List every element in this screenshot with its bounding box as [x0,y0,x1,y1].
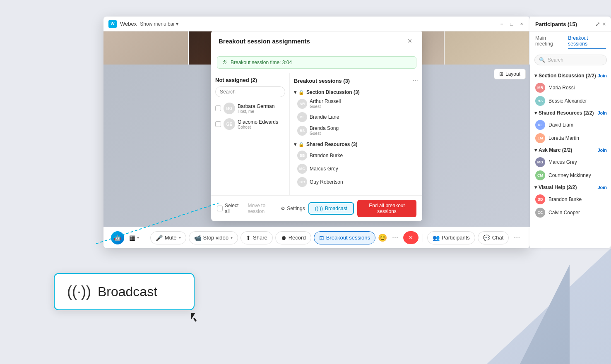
menu-bar-toggle[interactable]: Show menu bar ▾ [140,21,178,27]
join-askmarc-button[interactable]: Join [597,148,607,153]
section-visual-label: Visual Help (2/2) [539,184,577,190]
toolbar-divider-1 [146,234,146,242]
right-sidebar: Participants (15) ⤢ × Main meeting Break… [530,17,611,248]
broadcast-wave-icon: ((·)) [315,206,323,211]
list-item: DL David Liam [530,118,611,132]
sidebar-close-icon[interactable]: × [603,21,606,27]
shared-chevron: ▾ [294,141,296,147]
loretta-name: Loretta Martin [548,135,579,141]
brandon-name: Brandon Burke [310,153,343,158]
sidebar-title: Participants (15) [535,21,577,27]
window-controls: − □ × [498,21,525,27]
record-icon: ⏺ [281,235,286,241]
session-section-discussion: ▾ 🔒 Section Discussion (3) AR Arthur Rus… [294,88,418,137]
breakout-panel: Breakout sessions (3) ··· ▾ 🔒 Section Di… [290,73,422,195]
participant-arthur: AR Arthur Russell Guest [294,97,418,110]
participant-brenda: BS Brenda Song Guest [294,124,418,137]
app-logo: W [108,20,117,28]
chat-button[interactable]: 💬 Chat [478,231,509,244]
tab-main-meeting[interactable]: Main meeting [535,34,563,49]
view-icon: ▦ [129,234,135,242]
move-to-session-button[interactable]: Move to session [248,203,281,214]
modal-body: Not assigned (2) BG Barbara German Host,… [211,73,422,195]
close-button[interactable]: × [518,21,525,27]
participants-icon: 👥 [433,235,440,241]
giacomo-checkbox[interactable] [215,121,221,127]
breakout-panel-header: Breakout sessions (3) ··· [294,77,418,84]
participant-brandon: BB Brandon Burke [294,149,418,162]
join-discussion-button[interactable]: Join [597,73,607,78]
video-area: ⊞ Layout Breakout session assignments × … [103,31,530,227]
title-bar: W Webex Show menu bar ▾ − □ × [103,17,530,31]
not-assigned-panel: Not assigned (2) BG Barbara German Host,… [211,73,290,195]
session-shared-title: Shared Resources (3) [306,141,357,147]
select-all-label: Select all [225,203,243,214]
tab-breakout-sessions[interactable]: Breakout sessions [568,34,606,49]
sidebar-search-box[interactable]: 🔍 Search [534,55,607,65]
section-askmarc-header: ▾ Ask Marc (2/2) Join [530,145,611,156]
modal-close-button[interactable]: × [405,36,415,46]
select-all-checkbox[interactable] [217,206,223,211]
marcus-sidebar-name: Marcus Grey [548,159,577,165]
app-window: W Webex Show menu bar ▾ − □ × ⊞ Layout [103,17,530,248]
participant-brandie: BL Brandie Lane [294,110,418,124]
settings-button[interactable]: ⚙ Settings [281,206,305,211]
brandonb-sidebar-avatar: BB [535,194,545,204]
arthur-role: Guest [310,104,341,109]
barbara-avatar: BG [224,103,235,114]
brandonb-sidebar-name: Brandon Burke [548,196,582,202]
participants-button[interactable]: 👥 Participants [427,231,475,244]
more-options-button[interactable]: ··· [390,231,401,244]
mute-button[interactable]: 🎤 Mute ▾ [150,231,186,244]
view-toggle[interactable]: ▦ ▾ [127,231,142,244]
courtney-avatar: CM [535,170,545,180]
calvin-name: Calvin Cooper [548,210,580,216]
stop-video-button[interactable]: 📹 Stop video ▾ [189,231,238,244]
breakout-sessions-button[interactable]: ⊡ Breakout sessions [314,231,375,244]
video-chevron: ▾ [231,235,233,240]
broadcast-callout-label: Broadcast [98,284,157,299]
breakout-modal: Breakout session assignments × ⏱ Breakou… [211,31,422,221]
broadcast-button[interactable]: ((·)) Broadcast [308,202,354,215]
marcus-name: Marcus Grey [310,166,338,172]
maximize-button[interactable]: □ [508,21,515,27]
sidebar-content: ▾ Section Discussion (2/2) Join MR Maria… [530,69,611,248]
giacomo-avatar: GE [224,118,235,130]
section-chevron-3: ▾ [534,147,537,153]
bessie-name: Bessie Alexander [548,98,587,104]
share-icon: ⬆ [246,235,251,241]
loretta-avatar: LM [535,133,545,143]
brandie-avatar: BL [297,112,307,122]
end-call-button[interactable]: ✕ [403,231,419,244]
list-item: BA Bessie Alexander [530,94,611,108]
modal-footer: Select all Move to session ⚙ Settings ((… [211,195,422,221]
toolbar-overflow-button[interactable]: ··· [511,231,522,244]
toolbar-divider-2 [423,234,423,242]
share-button[interactable]: ⬆ Share [241,231,273,244]
timer-icon: ⏱ [222,60,227,65]
end-breakout-button[interactable]: End all breakout sessions [357,200,416,217]
join-shared-button[interactable]: Join [597,110,607,115]
join-visual-button[interactable]: Join [597,185,607,190]
brenda-role: Guest [310,131,339,136]
section-chevron-2: ▾ [534,110,537,116]
mouse-cursor [191,313,200,323]
barbara-checkbox[interactable] [215,105,221,111]
emoji-button[interactable]: 😊 [378,233,387,242]
not-assigned-search[interactable] [215,86,285,97]
chat-icon: 💬 [483,235,490,241]
list-item: MR Maria Rossi [530,81,611,94]
list-item: LM Loretta Martin [530,132,611,145]
session-discussion-title: Section Discussion (3) [306,89,360,95]
maria-name: Maria Rossi [548,85,575,91]
breakout-more-button[interactable]: ··· [413,77,418,84]
record-button[interactable]: ⏺ Record [275,231,311,244]
david-avatar: DL [535,120,545,130]
sidebar-tabs: Main meeting Breakout sessions [530,32,611,51]
minimize-button[interactable]: − [498,21,505,27]
broadcast-callout-icon: ((·)) [67,283,91,300]
maria-avatar: MR [535,83,545,93]
section-chevron-4: ▾ [534,184,537,190]
sidebar-expand-icon[interactable]: ⤢ [595,21,600,27]
timer-text: Breakout session time: 3:04 [231,60,292,65]
